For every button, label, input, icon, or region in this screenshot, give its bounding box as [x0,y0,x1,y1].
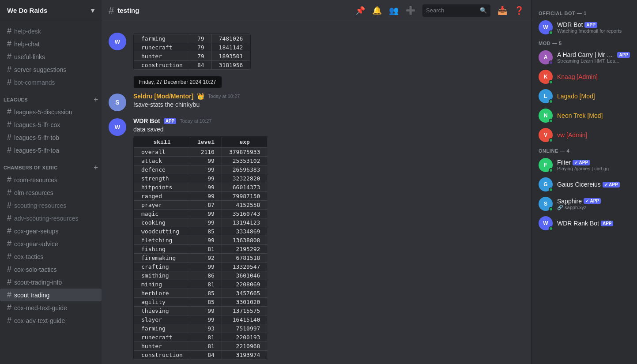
hash-icon: # [7,265,11,274]
member-item-vw[interactable]: V vw [Admin] [535,125,633,145]
app-badge: APP [164,118,177,124]
member-item-wdr-bot[interactable]: W WDR Bot APP Watching !modmail for repo… [535,18,633,37]
member-name-row: Gaius Cicereius ✓ APP [557,181,630,188]
avatar-wdr-top: W [109,33,126,50]
member-item-knaag[interactable]: K Knaag [Admin] [535,67,633,86]
member-avatar-vw: V [539,128,553,142]
add-channel-icon[interactable]: + [94,96,98,104]
right-sidebar: OFFICIAL BOT — 1 W WDR Bot APP Watching … [531,0,637,364]
section-mod: MOD — 5 [535,37,633,48]
member-info-hardcarry: A Hard Carry | Mr Gig... APP Streaming L… [557,51,630,64]
wdr-message-body: WDR Bot APP Today at 10:27 data saved sk… [133,117,524,363]
message-group-wdr: W WDR Bot APP Today at 10:27 data saved … [102,115,531,364]
hash-icon: # [7,214,11,223]
channel-item-scout-trading-info[interactable]: # scout-trading-info [0,276,102,289]
table-row: fletching 99 13638808 [134,236,268,245]
inbox-icon[interactable]: 📥 [498,6,507,15]
member-avatar-knaag: K [539,70,553,84]
add-members-icon[interactable]: ➕ [406,6,415,15]
app-badge-wdr-rank-bot: APP [601,221,614,226]
member-item-hardcarry[interactable]: A A Hard Carry | Mr Gig... APP Streaming… [535,48,633,67]
app-badge-sapphire: ✓ APP [584,198,601,204]
server-header[interactable]: We Do Raids ▾ [0,0,102,21]
channel-label: scouting-resources [14,202,66,209]
hash-icon: # [7,39,11,49]
channel-item-room-resources[interactable]: # room-resources [0,173,102,186]
channel-item-help-desk[interactable]: # help-desk [0,25,102,38]
channel-item-server-suggestions[interactable]: # server-suggestions [0,63,102,76]
member-item-filter[interactable]: F Filter ✓ APP Playing /games | carl.gg [535,155,633,175]
message-text-wdr: data saved [133,125,524,134]
table-row: thieving 99 13715575 [134,307,268,315]
add-channel-icon[interactable]: + [94,164,98,172]
search-box[interactable]: Search 🔍 [422,4,490,17]
category-leagues: LEAGUES + [0,89,102,105]
channel-item-leagues-5-lfr-toa[interactable]: # leagues-5-lfr-toa [0,144,102,157]
channel-item-leagues-5-lfr-tob[interactable]: # leagues-5-lfr-tob [0,131,102,144]
date-tooltip: Friday, 27 December 2024 10:27 [133,76,524,88]
member-avatar-wdr-bot: W [539,20,553,34]
member-info-neontrek: Neon Trek [Mod] [557,112,630,119]
channel-item-useful-links[interactable]: # useful-links [0,50,102,63]
member-avatar-filter: F [539,158,553,172]
mute-icon[interactable]: 🔔 [372,6,382,15]
table-row: firemaking 92 6781518 [134,254,268,263]
member-avatar-hardcarry: A [539,50,553,64]
channel-item-scouting-resources[interactable]: # scouting-resources [0,199,102,212]
channel-item-leagues-5-discussion[interactable]: # leagues-5-discussion [0,105,102,118]
pin-icon[interactable]: 📌 [355,6,365,15]
channel-item-scout-trading[interactable]: # scout trading [0,289,102,301]
member-item-gaius[interactable]: G Gaius Cicereius ✓ APP [535,175,633,194]
message-header-seldru: Seldru [Mod/Mentor] 👑 Today at 10:27 [133,93,524,100]
channel-item-cox-gear-setups[interactable]: # cox-gear-setups [0,225,102,237]
channel-item-cox-med-text-guide[interactable]: # cox-med-text-guide [0,301,102,314]
channel-item-leagues-5-lfr-cox[interactable]: # leagues-5-lfr-cox [0,118,102,131]
member-name-row: WDR Bot APP [557,21,630,28]
table-row: attack 99 25353102 [134,157,268,165]
member-name-row: Sapphire ✓ APP [557,198,630,205]
member-avatar-neontrek: N [539,109,553,123]
member-status-hardcarry: Streaming Learn HMT. Lea... [557,58,630,64]
channel-item-cox-solo-tactics[interactable]: # cox-solo-tactics [0,263,102,276]
member-info-lagado: Lagado [Mod] [557,93,630,100]
member-item-neontrek[interactable]: N Neon Trek [Mod] [535,106,633,125]
channel-item-adv-scouting-resources[interactable]: # adv-scouting-resources [0,212,102,225]
hash-icon: # [7,188,11,197]
app-badge-wdr-bot: APP [584,22,597,28]
col-header-level: level [190,137,222,148]
table-row: strength 99 32322820 [134,174,268,183]
member-item-sapphire[interactable]: S Sapphire ✓ APP 🔗 sapph.xyz [535,194,633,214]
member-info-wdr-bot: WDR Bot APP Watching !modmail for report… [557,21,630,34]
col-header-skill: skill [134,137,190,148]
top-table-body: farming 79 7481026runecraft 79 1841142hu… [133,32,524,73]
main-stats-table: skill level exp overall 2110 379875933at… [133,136,268,360]
table-row: defence 99 26596383 [134,165,268,174]
section-official-bot: OFFICIAL BOT — 1 [535,7,633,18]
channel-label: help-desk [14,28,41,35]
channel-label: bot-commands [14,79,55,86]
help-icon[interactable]: ❓ [514,6,524,15]
channel-label: adv-scouting-resources [14,215,79,222]
channel-item-help-chat[interactable]: # help-chat [0,38,102,50]
sidebar: We Do Raids ▾ # help-desk # help-chat # … [0,0,102,364]
channel-item-cox-adv-text-guide[interactable]: # cox-adv-text-guide [0,314,102,327]
search-placeholder: Search [426,7,444,14]
hash-icon: # [7,175,11,184]
channel-label: server-suggestions [14,66,66,73]
member-avatar-lagado: L [539,89,553,103]
member-info-filter: Filter ✓ APP Playing /games | carl.gg [557,159,630,171]
table-row: herblore 85 3457665 [134,289,268,298]
channel-item-cox-gear-advice[interactable]: # cox-gear-advice [0,237,102,250]
table-row: runecraft 79 1841142 [134,43,250,52]
members-icon[interactable]: 👥 [389,6,399,15]
member-item-lagado[interactable]: L Lagado [Mod] [535,86,633,106]
member-name-neontrek: Neon Trek [Mod] [557,112,603,119]
top-partial-table: farming 79 7481026runecraft 79 1841142hu… [133,34,251,70]
status-dot-hardcarry [549,60,553,65]
channel-item-bot-commands[interactable]: # bot-commands [0,76,102,89]
channel-item-olm-resources[interactable]: # olm-resources [0,186,102,199]
member-item-wdr-rank-bot[interactable]: W WDR Rank Bot APP [535,214,633,233]
channel-item-cox-tactics[interactable]: # cox-tactics [0,250,102,263]
table-row: overall 2110 379875933 [134,148,268,157]
member-status-filter: Playing /games | carl.gg [557,166,630,171]
